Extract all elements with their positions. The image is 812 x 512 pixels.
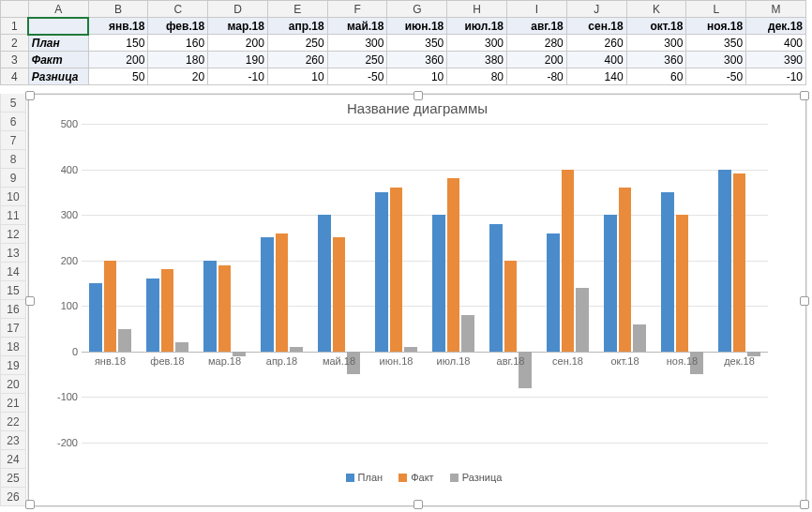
row-header-19[interactable]: 19 <box>0 356 26 375</box>
cell-I3[interactable]: 200 <box>507 52 567 68</box>
cell-C2[interactable]: 160 <box>148 35 208 52</box>
bar-plan[interactable] <box>604 215 616 352</box>
row-header-14[interactable]: 14 <box>0 263 26 281</box>
cell-C1[interactable]: фев.18 <box>148 18 208 35</box>
cell-K3[interactable]: 360 <box>626 52 686 68</box>
bar-plan[interactable] <box>547 233 559 352</box>
col-C[interactable]: C <box>148 1 208 18</box>
cell-J2[interactable]: 260 <box>566 35 626 52</box>
chart-title[interactable]: Название диаграммы <box>29 100 805 116</box>
col-E[interactable]: E <box>267 1 327 18</box>
row-header-13[interactable]: 13 <box>0 244 26 263</box>
cell-B4[interactable]: 50 <box>88 68 148 85</box>
row-header-9[interactable]: 9 <box>0 169 26 188</box>
row-header-23[interactable]: 23 <box>0 431 26 450</box>
cell-A1[interactable] <box>28 18 88 35</box>
bar-fact[interactable] <box>562 170 574 352</box>
row-header-1[interactable]: 1 <box>1 18 29 35</box>
col-L[interactable]: L <box>686 1 746 18</box>
cell-B3[interactable]: 200 <box>88 52 148 68</box>
cell-L4[interactable]: -50 <box>686 68 746 85</box>
row-header-21[interactable]: 21 <box>0 394 26 413</box>
cell-J3[interactable]: 400 <box>566 52 626 68</box>
cell-K1[interactable]: окт.18 <box>626 18 686 35</box>
col-K[interactable]: K <box>626 1 686 18</box>
row-header-10[interactable]: 10 <box>0 188 26 206</box>
row-header-16[interactable]: 16 <box>0 300 26 319</box>
row-header-17[interactable]: 17 <box>0 319 26 338</box>
bar-fact[interactable] <box>733 173 745 351</box>
bar-diff[interactable] <box>290 347 302 352</box>
cell-G1[interactable]: июн.18 <box>387 18 447 35</box>
cell-J1[interactable]: сен.18 <box>566 18 626 35</box>
cell-C4[interactable]: 20 <box>148 68 208 85</box>
bar-plan[interactable] <box>89 283 101 352</box>
cell-K4[interactable]: 60 <box>626 68 686 85</box>
row-header-5[interactable]: 5 <box>0 94 26 113</box>
bar-fact[interactable] <box>276 233 288 352</box>
bar-fact[interactable] <box>619 188 631 352</box>
row-header-25[interactable]: 25 <box>0 469 26 488</box>
cell-M4[interactable]: -10 <box>746 68 806 85</box>
cell-D1[interactable]: мар.18 <box>208 18 268 35</box>
col-H[interactable]: H <box>447 1 507 18</box>
row-header-6[interactable]: 6 <box>0 113 26 131</box>
cell-L3[interactable]: 300 <box>686 52 746 68</box>
cell-D3[interactable]: 190 <box>208 52 268 68</box>
row-header-8[interactable]: 8 <box>0 150 26 169</box>
bar-plan[interactable] <box>375 192 387 352</box>
bar-plan[interactable] <box>661 192 673 352</box>
row-header-15[interactable]: 15 <box>0 281 26 300</box>
cell-F4[interactable]: -50 <box>327 68 387 85</box>
cell-J4[interactable]: 140 <box>566 68 626 85</box>
cell-G2[interactable]: 350 <box>387 35 447 52</box>
col-B[interactable]: B <box>88 1 148 18</box>
cell-D4[interactable]: -10 <box>208 68 268 85</box>
cell-F3[interactable]: 250 <box>327 52 387 68</box>
row-header-11[interactable]: 11 <box>0 206 26 225</box>
bar-plan[interactable] <box>146 279 158 352</box>
cell-I4[interactable]: -80 <box>507 68 567 85</box>
cell-I2[interactable]: 280 <box>507 35 567 52</box>
col-D[interactable]: D <box>208 1 268 18</box>
col-F[interactable]: F <box>327 1 387 18</box>
cell-A2[interactable]: План <box>28 35 88 52</box>
bar-plan[interactable] <box>489 224 502 352</box>
cell-H4[interactable]: 80 <box>447 68 507 85</box>
bar-plan[interactable] <box>203 261 216 352</box>
cell-D2[interactable]: 200 <box>208 35 268 52</box>
cell-E4[interactable]: 10 <box>267 68 327 85</box>
cell-E2[interactable]: 250 <box>267 35 327 52</box>
bar-diff[interactable] <box>118 329 130 352</box>
cell-C3[interactable]: 180 <box>148 52 208 68</box>
bar-diff[interactable] <box>633 324 645 352</box>
bar-plan[interactable] <box>718 170 730 352</box>
row-header-18[interactable]: 18 <box>0 338 26 356</box>
cell-A4[interactable]: Разница <box>28 68 88 85</box>
cell-F2[interactable]: 300 <box>327 35 387 52</box>
bar-diff[interactable] <box>576 288 588 352</box>
cell-H1[interactable]: июл.18 <box>447 18 507 35</box>
chart-object[interactable]: Название диаграммы -200-1000100200300400… <box>28 94 806 506</box>
cell-H2[interactable]: 300 <box>447 35 507 52</box>
bar-plan[interactable] <box>432 215 444 352</box>
col-M[interactable]: M <box>746 1 806 18</box>
col-I[interactable]: I <box>507 1 567 18</box>
bar-plan[interactable] <box>261 237 273 351</box>
row-header-22[interactable]: 22 <box>0 413 26 431</box>
cell-M3[interactable]: 390 <box>746 52 806 68</box>
bar-fact[interactable] <box>218 265 231 352</box>
cell-A3[interactable]: Факт <box>28 52 88 68</box>
bar-fact[interactable] <box>504 261 517 352</box>
col-G[interactable]: G <box>387 1 447 18</box>
chart-legend[interactable]: План Факт Разница <box>29 471 805 483</box>
row-header-3[interactable]: 3 <box>1 52 29 68</box>
bar-fact[interactable] <box>333 237 345 351</box>
row-header-4[interactable]: 4 <box>1 68 29 85</box>
cell-L1[interactable]: ноя.18 <box>686 18 746 35</box>
chart-plot-area[interactable]: -200-1000100200300400500янв.18фев.18мар.… <box>82 124 768 443</box>
row-header-12[interactable]: 12 <box>0 225 26 244</box>
cell-L2[interactable]: 350 <box>686 35 746 52</box>
data-grid[interactable]: A B C D E F G H I J K L M 1 янв.18 фев.1… <box>0 0 806 85</box>
cell-G4[interactable]: 10 <box>387 68 447 85</box>
